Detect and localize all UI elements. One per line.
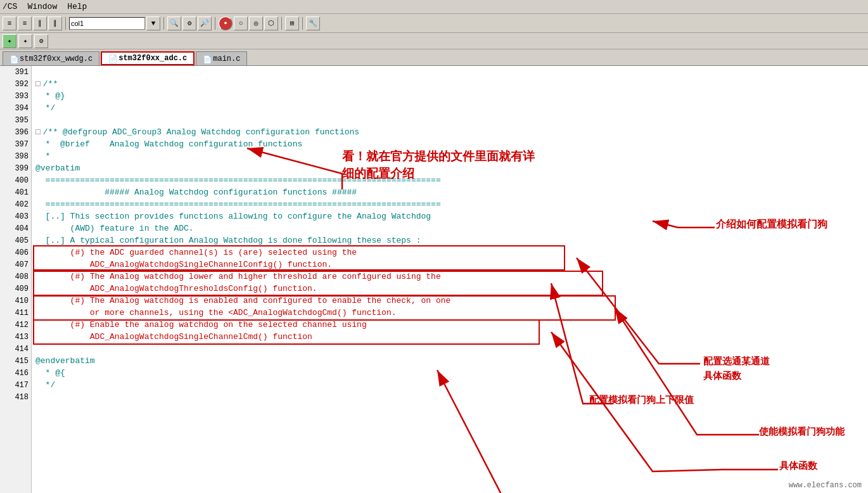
annotation-specific-func: 具体函数 xyxy=(779,460,817,472)
toolbar-btn-settings[interactable]: 🔧 xyxy=(306,16,320,30)
code-line-410: (#) The Analog watchdog is enabled and c… xyxy=(32,295,868,307)
menu-window[interactable]: Window xyxy=(27,2,57,11)
toolbar-sep-2 xyxy=(163,17,164,30)
toolbar-btn-view[interactable]: ⊞ xyxy=(285,16,299,30)
code-line-407: ADC_AnalogWatchdogSingleChannelConfig() … xyxy=(32,259,868,271)
linenum-401: 401 xyxy=(0,186,31,198)
linenum-399: 399 xyxy=(0,162,31,174)
toolbar-sep-4 xyxy=(281,17,282,30)
linenum-408: 408 xyxy=(0,271,31,283)
code-line-402: ========================================… xyxy=(32,198,868,210)
code-line-393: * @} xyxy=(32,90,868,102)
linenum-397: 397 xyxy=(0,138,31,150)
toolbar-btn-10[interactable]: ⬡ xyxy=(264,16,278,30)
tab-adc-label: stm32f0xx_adc.c xyxy=(118,54,187,63)
annotation-enable-watchdog: 使能模拟看门狗功能 xyxy=(759,426,845,438)
toolbar-btn-record[interactable]: ● xyxy=(219,16,233,30)
tab-adc[interactable]: 📄 stm32f0xx_adc.c xyxy=(101,51,195,65)
tab-wwdg[interactable]: 📄 stm32f0xx_wwdg.c xyxy=(3,51,99,65)
annotation-threshold: 配置模拟看门狗上下限值 xyxy=(589,394,694,406)
toolbar-btn-5[interactable]: ▼ xyxy=(146,16,160,30)
linenum-392: 392 xyxy=(0,78,31,90)
code-area: □/** * @} */ □/** @defgroup ADC_Group3 A… xyxy=(32,66,868,493)
code-line-406: (#) the ADC guarded channel(s) is (are) … xyxy=(32,246,868,259)
linenum-416: 416 xyxy=(0,367,31,379)
file-icon-adc: 📄 xyxy=(108,54,116,62)
code-line-409: ADC_AnalogWatchdogThresholdsConfig() fun… xyxy=(32,283,868,295)
code-line-418 xyxy=(32,391,868,403)
menu-help[interactable]: Help xyxy=(67,2,87,11)
toolbar-btn-8[interactable]: 🔎 xyxy=(198,16,212,30)
toolbar-sep-5 xyxy=(302,17,303,30)
menu-cs[interactable]: /CS xyxy=(3,2,17,11)
editor: 391 392 393 394 395 396 397 398 399 400 … xyxy=(0,66,868,493)
code-line-408: (#) The Analog watchdog lower and higher… xyxy=(32,271,868,283)
toolbar-sep-3 xyxy=(215,17,215,30)
toolbar-btn-9[interactable]: ◎ xyxy=(249,16,263,30)
toolbar2: ✦ ✦ ⚙ xyxy=(0,33,868,49)
file-icon-main: 📄 xyxy=(203,55,210,63)
annotation-channel-config: 配置选通某通道具体函数 xyxy=(703,354,770,383)
linenum-394: 394 xyxy=(0,102,31,114)
menu-bar: /CS Window Help xyxy=(0,0,868,14)
annotation-intro: 看！就在官方提供的文件里面就有详细的配置介绍 xyxy=(342,148,535,182)
toolbar-btn-1[interactable]: ≡ xyxy=(3,16,16,30)
code-line-412: (#) Enable the analog watchdog on the se… xyxy=(32,319,868,331)
code-line-394: */ xyxy=(32,102,868,114)
code-line-411: or more channels, using the <ADC_AnalogW… xyxy=(32,307,868,319)
toolbar-btn-2[interactable]: ≡ xyxy=(18,16,32,30)
watermark: www.elecfans.com xyxy=(789,481,862,490)
tab-bar: 📄 stm32f0xx_wwdg.c 📄 stm32f0xx_adc.c 📄 m… xyxy=(0,49,868,66)
linenum-409: 409 xyxy=(0,283,31,295)
linenum-415: 415 xyxy=(0,355,31,367)
annotation-watchdog-intro: 介绍如何配置模拟看门狗 xyxy=(716,218,827,231)
toolbar2-btn-3[interactable]: ⚙ xyxy=(34,34,48,48)
linenum-406: 406 xyxy=(0,246,31,259)
toolbar-sep-1 xyxy=(65,17,66,30)
linenum-418: 418 xyxy=(0,391,31,403)
code-line-405: [..] A typical configuration Analog Watc… xyxy=(32,234,868,246)
linenum-410: 410 xyxy=(0,295,31,307)
tab-main[interactable]: 📄 main.c xyxy=(196,51,247,65)
linenum-391: 391 xyxy=(0,66,31,78)
tab-wwdg-label: stm32f0xx_wwdg.c xyxy=(20,54,93,63)
toolbar: ≡ ≡ ∥ ∥ ▼ 🔍 ⚙ 🔎 ● ○ ◎ ⬡ ⊞ 🔧 xyxy=(0,14,868,33)
linenum-411: 411 xyxy=(0,307,31,319)
code-line-396: □/** @defgroup ADC_Group3 Analog Watchdo… xyxy=(32,126,868,138)
search-input[interactable] xyxy=(69,17,145,30)
linenum-413: 413 xyxy=(0,331,31,343)
linenum-417: 417 xyxy=(0,379,31,391)
linenum-412: 412 xyxy=(0,319,31,331)
code-line-413: ADC_AnalogWatchdogSingleChannelCmd() fun… xyxy=(32,331,868,343)
toolbar2-btn-2[interactable]: ✦ xyxy=(18,34,32,48)
code-line-391 xyxy=(32,66,868,78)
linenum-402: 402 xyxy=(0,198,31,210)
code-line-401: ##### Analog Watchdog configuration func… xyxy=(32,186,868,198)
linenum-407: 407 xyxy=(0,259,31,271)
file-icon-wwdg: 📄 xyxy=(10,55,17,63)
code-line-395 xyxy=(32,114,868,126)
toolbar-btn-7[interactable]: ⚙ xyxy=(182,16,196,30)
linenum-405: 405 xyxy=(0,234,31,246)
code-line-414 xyxy=(32,343,868,355)
tab-main-label: main.c xyxy=(213,54,240,63)
toolbar2-btn-1[interactable]: ✦ xyxy=(3,34,16,48)
toolbar-btn-3[interactable]: ∥ xyxy=(33,16,47,30)
linenum-398: 398 xyxy=(0,150,31,162)
line-numbers: 391 392 393 394 395 396 397 398 399 400 … xyxy=(0,66,32,493)
linenum-403: 403 xyxy=(0,210,31,222)
linenum-393: 393 xyxy=(0,90,31,102)
toolbar-btn-stop[interactable]: ○ xyxy=(234,16,248,30)
toolbar-btn-4[interactable]: ∥ xyxy=(48,16,62,30)
linenum-396: 396 xyxy=(0,126,31,138)
linenum-404: 404 xyxy=(0,222,31,234)
linenum-414: 414 xyxy=(0,343,31,355)
linenum-400: 400 xyxy=(0,174,31,186)
linenum-395: 395 xyxy=(0,114,31,126)
toolbar-btn-6[interactable]: 🔍 xyxy=(167,16,181,30)
code-line-392: □/** xyxy=(32,78,868,90)
